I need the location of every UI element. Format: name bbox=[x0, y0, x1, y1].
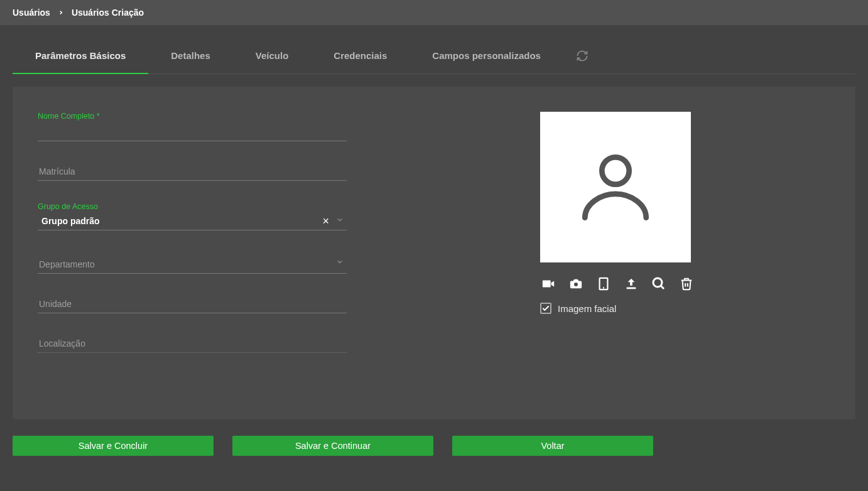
grupo-chip-label: Grupo padrão bbox=[41, 216, 100, 226]
form-panel: Nome Completo * Grupo de Acesso Grupo pa… bbox=[13, 87, 855, 419]
refresh-icon[interactable] bbox=[576, 50, 589, 62]
svg-point-5 bbox=[653, 278, 662, 287]
photo-actions bbox=[540, 276, 695, 291]
video-icon[interactable] bbox=[540, 276, 556, 291]
save-continue-button[interactable]: Salvar e Continuar bbox=[232, 436, 433, 456]
facial-label: Imagem facial bbox=[558, 303, 616, 314]
facial-checkbox[interactable] bbox=[540, 303, 551, 314]
tab-credenciais[interactable]: Credenciais bbox=[311, 38, 410, 73]
upload-icon[interactable] bbox=[623, 276, 639, 291]
trash-icon[interactable] bbox=[678, 276, 695, 291]
breadcrumb: Usuários Usuários Criação bbox=[0, 0, 868, 25]
action-buttons: Salvar e Concluir Salvar e Continuar Vol… bbox=[13, 436, 855, 456]
localizacao-input[interactable] bbox=[38, 335, 347, 353]
tab-detalhes[interactable]: Detalhes bbox=[148, 38, 233, 73]
tab-veiculo[interactable]: Veículo bbox=[233, 38, 312, 73]
grupo-chip-remove[interactable]: × bbox=[322, 215, 329, 228]
search-icon[interactable] bbox=[651, 276, 667, 291]
breadcrumb-current: Usuários Criação bbox=[72, 8, 144, 18]
chevron-right-icon bbox=[58, 8, 64, 18]
grupo-select[interactable]: Grupo padrão × bbox=[38, 213, 347, 230]
tab-parametros-basicos[interactable]: Parâmetros Básicos bbox=[13, 38, 148, 73]
matricula-input[interactable] bbox=[38, 163, 347, 181]
back-button[interactable]: Voltar bbox=[452, 436, 653, 456]
save-close-button[interactable]: Salvar e Concluir bbox=[13, 436, 214, 456]
name-input[interactable] bbox=[38, 123, 347, 141]
name-label: Nome Completo * bbox=[38, 112, 377, 121]
chevron-down-icon bbox=[335, 215, 344, 227]
departamento-select[interactable] bbox=[38, 256, 347, 274]
grupo-label: Grupo de Acesso bbox=[38, 202, 377, 211]
tablet-icon[interactable] bbox=[595, 276, 612, 291]
svg-line-6 bbox=[661, 286, 664, 289]
grupo-chip: Grupo padrão bbox=[38, 216, 100, 226]
camera-icon[interactable] bbox=[568, 276, 584, 291]
svg-point-1 bbox=[574, 283, 578, 286]
avatar-placeholder bbox=[540, 112, 691, 262]
svg-rect-4 bbox=[627, 288, 636, 289]
svg-point-0 bbox=[602, 157, 629, 184]
unidade-input[interactable] bbox=[38, 295, 347, 313]
tab-campos-personalizados[interactable]: Campos personalizados bbox=[410, 38, 563, 73]
tabs: Parâmetros Básicos Detalhes Veículo Cred… bbox=[13, 38, 855, 74]
breadcrumb-root[interactable]: Usuários bbox=[13, 8, 50, 18]
